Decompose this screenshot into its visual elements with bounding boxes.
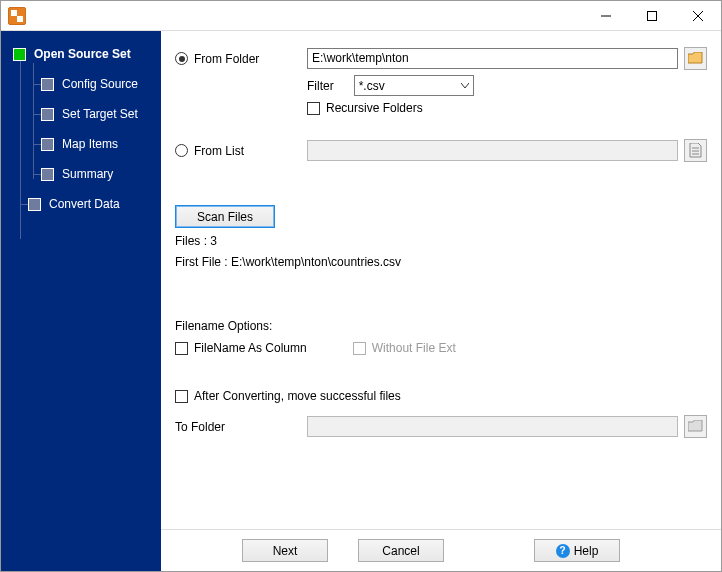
files-count-text: Files : 3 xyxy=(175,234,217,248)
minimize-button[interactable] xyxy=(583,1,629,31)
wizard-footer: Next Cancel ? Help xyxy=(161,529,721,571)
sidebar-item-set-target-set[interactable]: Set Target Set xyxy=(1,99,161,129)
step-pending-icon xyxy=(41,168,54,181)
sidebar-item-config-source[interactable]: Config Source xyxy=(1,69,161,99)
first-file-text: First File : E:\work\temp\nton\countries… xyxy=(175,255,401,269)
folder-icon xyxy=(688,52,703,65)
filter-label: Filter xyxy=(307,79,334,93)
step-active-icon xyxy=(13,48,26,61)
file-icon xyxy=(689,143,702,158)
scan-files-button[interactable]: Scan Files xyxy=(175,205,275,228)
window-titlebar xyxy=(1,1,721,31)
filename-as-column-label: FileName As Column xyxy=(194,341,307,355)
app-icon xyxy=(8,7,26,25)
sidebar-item-open-source-set[interactable]: Open Source Set xyxy=(1,39,161,69)
next-button[interactable]: Next xyxy=(242,539,328,562)
svg-rect-0 xyxy=(648,11,657,20)
step-pending-icon xyxy=(28,198,41,211)
sidebar-item-label: Set Target Set xyxy=(62,107,138,121)
list-path-input xyxy=(307,140,678,161)
filename-as-column-checkbox[interactable] xyxy=(175,342,188,355)
to-folder-input xyxy=(307,416,678,437)
step-pending-icon xyxy=(41,138,54,151)
wizard-sidebar: Open Source Set Config Source Set Target… xyxy=(1,31,161,571)
step-pending-icon xyxy=(41,108,54,121)
browse-list-button[interactable] xyxy=(684,139,707,162)
sidebar-item-summary[interactable]: Summary xyxy=(1,159,161,189)
sidebar-item-label: Convert Data xyxy=(49,197,120,211)
browse-folder-button[interactable] xyxy=(684,47,707,70)
step-pending-icon xyxy=(41,78,54,91)
sidebar-item-convert-data[interactable]: Convert Data xyxy=(1,189,161,219)
browse-to-folder-button[interactable] xyxy=(684,415,707,438)
filename-options-heading: Filename Options: xyxy=(175,319,272,333)
recursive-label: Recursive Folders xyxy=(326,101,423,115)
from-folder-label: From Folder xyxy=(194,52,259,66)
chevron-down-icon xyxy=(461,83,469,89)
sidebar-item-label: Summary xyxy=(62,167,113,181)
without-ext-label: Without File Ext xyxy=(372,341,456,355)
from-folder-radio[interactable] xyxy=(175,52,188,65)
help-button[interactable]: ? Help xyxy=(534,539,620,562)
sidebar-item-label: Map Items xyxy=(62,137,118,151)
from-list-radio[interactable] xyxy=(175,144,188,157)
filter-value: *.csv xyxy=(359,79,385,93)
sidebar-item-map-items[interactable]: Map Items xyxy=(1,129,161,159)
without-ext-checkbox xyxy=(353,342,366,355)
maximize-button[interactable] xyxy=(629,1,675,31)
to-folder-label: To Folder xyxy=(175,420,235,434)
recursive-checkbox[interactable] xyxy=(307,102,320,115)
cancel-button[interactable]: Cancel xyxy=(358,539,444,562)
main-panel: From Folder E:\work\temp\nton Filter *.c… xyxy=(161,31,721,571)
folder-icon xyxy=(688,420,703,433)
from-list-label: From List xyxy=(194,144,244,158)
filter-combo[interactable]: *.csv xyxy=(354,75,474,96)
move-files-label: After Converting, move successful files xyxy=(194,389,401,403)
sidebar-item-label: Config Source xyxy=(62,77,138,91)
help-icon: ? xyxy=(556,544,570,558)
folder-path-input[interactable]: E:\work\temp\nton xyxy=(307,48,678,69)
sidebar-item-label: Open Source Set xyxy=(34,47,131,61)
move-files-checkbox[interactable] xyxy=(175,390,188,403)
close-button[interactable] xyxy=(675,1,721,31)
